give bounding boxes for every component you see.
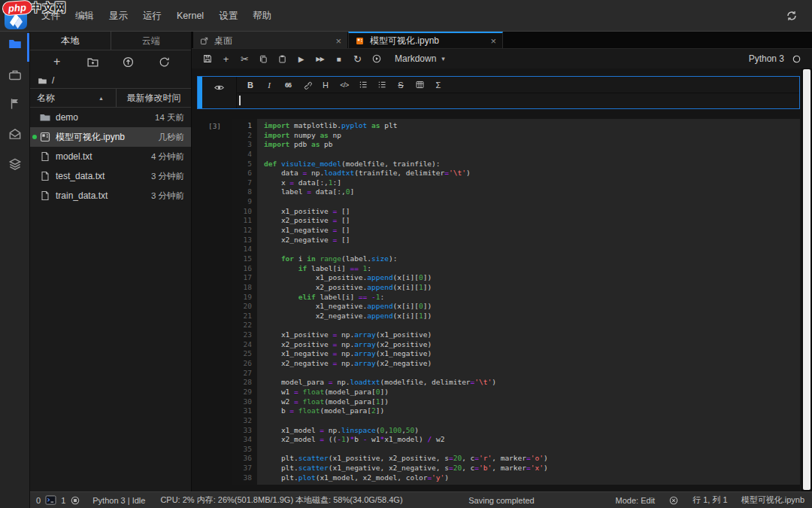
- menu-run[interactable]: 运行: [141, 8, 163, 24]
- kernel-name[interactable]: Python 3: [749, 53, 784, 64]
- file-row-train-data-txt[interactable]: train_data.txt 3 分钟前: [30, 186, 191, 205]
- breadcrumb-folder-icon: [38, 76, 47, 86]
- cut-cells-button[interactable]: ✂: [237, 51, 253, 66]
- save-button[interactable]: [199, 51, 215, 66]
- menu-settings[interactable]: 设置: [217, 8, 239, 24]
- line-number-gutter: 1234567891011121314151617181920212223242…: [232, 119, 257, 485]
- file-browser-icon[interactable]: [8, 36, 23, 51]
- main-area: 桌面 × 模型可视化.ipynb × + ✂: [192, 32, 812, 491]
- blockquote-button[interactable]: 66: [280, 78, 295, 92]
- insert-cell-button[interactable]: +: [218, 51, 234, 66]
- status-bar: 0 1 Python 3 | Idle CPU: 2% 内存: 26%(501.…: [30, 491, 812, 508]
- paste-cells-button[interactable]: [274, 51, 290, 66]
- sync-refresh-icon[interactable]: [785, 9, 798, 23]
- tab-desktop[interactable]: 桌面 ×: [193, 32, 348, 48]
- jupyterlab-window: php 中文网 文件 编辑 显示 运行 Kernel 设置 帮助: [0, 0, 812, 508]
- kernel-icon: [70, 495, 80, 506]
- resource-usage-text: CPU: 2% 内存: 26%(501.8MB/1.9G) 本地磁盘: 58%(…: [160, 494, 402, 506]
- kernel-status-text[interactable]: Python 3 | Idle: [92, 496, 145, 505]
- kernel-running-dot: [32, 135, 37, 139]
- document-tabbar: 桌面 × 模型可视化.ipynb ×: [192, 32, 812, 49]
- copy-cells-button[interactable]: [256, 51, 271, 66]
- file-row-model-txt[interactable]: model.txt 4 分钟前: [30, 147, 191, 166]
- file-row-demo[interactable]: demo 14 天前: [30, 108, 191, 127]
- upload-button[interactable]: [121, 54, 136, 69]
- breadcrumb[interactable]: /: [30, 73, 191, 88]
- command-mode-indicator[interactable]: Mode: Edit: [616, 496, 656, 505]
- chevron-down-icon: ▾: [441, 55, 445, 62]
- scrollbar-thumb[interactable]: [803, 69, 810, 490]
- storage-tabs: 本地 云端: [30, 32, 191, 50]
- save-status-message: Saving completed: [436, 496, 567, 505]
- math-sigma-button[interactable]: Σ: [431, 78, 446, 92]
- tab-cloud[interactable]: 云端: [111, 32, 192, 50]
- ordered-list-icon[interactable]: [374, 78, 389, 92]
- extensions-layers-icon[interactable]: [8, 157, 23, 172]
- italic-button[interactable]: I: [262, 78, 277, 92]
- running-sessions-status[interactable]: 0 1: [36, 495, 80, 506]
- close-tab-icon[interactable]: ×: [335, 36, 341, 46]
- interrupt-kernel-button[interactable]: ■: [331, 51, 347, 66]
- active-rail-indicator: [27, 33, 29, 62]
- markdown-format-toolbar: B I 66 H </>: [237, 77, 799, 93]
- text-file-icon: [39, 190, 51, 202]
- file-browser-panel: 本地 云端 + /: [30, 32, 192, 491]
- kernel-idle-indicator: [792, 54, 801, 64]
- menu-help[interactable]: 帮助: [251, 8, 273, 24]
- sort-by-modified-header[interactable]: 最新修改时间: [116, 89, 191, 107]
- menu-kernel[interactable]: Kernel: [175, 9, 205, 23]
- tab-local[interactable]: 本地: [30, 32, 111, 50]
- notebook-file-icon: [39, 131, 51, 143]
- code-editor[interactable]: 1234567891011121314151617181920212223242…: [232, 119, 800, 485]
- new-launcher-button[interactable]: +: [50, 54, 65, 69]
- cursor-position[interactable]: 行 1, 列 1: [692, 494, 727, 506]
- run-all-button[interactable]: ▶▶: [312, 51, 328, 66]
- link-icon[interactable]: [299, 78, 314, 92]
- markdown-editor[interactable]: [237, 93, 799, 108]
- markdown-cell[interactable]: B I 66 H </>: [197, 76, 800, 109]
- file-row-test-data-txt[interactable]: test_data.txt 3 分钟前: [30, 166, 191, 186]
- not-trusted-icon: [668, 495, 679, 506]
- table-icon[interactable]: [412, 78, 427, 92]
- terminal-icon: [45, 495, 56, 505]
- notebook-content: B I 66 H </>: [192, 68, 812, 491]
- cell-type-dropdown[interactable]: Markdown ▾: [395, 53, 445, 64]
- run-cell-button[interactable]: ▶: [293, 51, 309, 66]
- close-tab-icon[interactable]: ×: [490, 36, 496, 46]
- inbox-panel-icon[interactable]: [8, 126, 23, 141]
- restart-run-all-button[interactable]: [368, 51, 384, 66]
- launcher-icon: [199, 36, 209, 46]
- php-logo: php: [2, 0, 32, 16]
- preview-eye-icon[interactable]: [212, 81, 227, 94]
- activity-rail: [0, 32, 30, 508]
- menu-edit[interactable]: 编辑: [74, 8, 95, 24]
- vertical-scrollbar[interactable]: [801, 68, 812, 491]
- menu-view[interactable]: 显示: [108, 8, 129, 24]
- folder-icon: [39, 111, 51, 123]
- flag-panel-icon[interactable]: [8, 96, 23, 111]
- unordered-list-icon[interactable]: [356, 78, 371, 92]
- site-name: 中文网: [31, 1, 67, 15]
- file-browser-toolbar: +: [30, 50, 191, 73]
- code-button[interactable]: </>: [337, 78, 352, 92]
- file-row-notebook[interactable]: 模型可视化.ipynb 几秒前: [30, 127, 191, 147]
- menu-bar-items: 文件 编辑 显示 运行 Kernel 设置 帮助: [40, 0, 273, 32]
- site-watermark: php 中文网: [2, 1, 67, 15]
- code-lines[interactable]: import matplotlib.pyplot as pltimport nu…: [257, 119, 800, 485]
- sort-by-name-header[interactable]: 名称 ▲: [30, 92, 116, 105]
- strikethrough-button[interactable]: S: [393, 78, 408, 92]
- bold-button[interactable]: B: [243, 78, 258, 92]
- heading-button[interactable]: H: [318, 78, 333, 92]
- notebook-toolbar: + ✂ ▶ ▶▶ ■ ↻ Markdown ▾: [192, 49, 812, 69]
- code-cell[interactable]: [3] 123456789101112131415161718192021222…: [197, 119, 800, 485]
- execution-count: [3]: [197, 119, 232, 485]
- new-folder-button[interactable]: [85, 54, 100, 69]
- running-sessions-icon[interactable]: [8, 68, 23, 83]
- text-cursor: [239, 96, 241, 105]
- active-filename: 模型可视化.ipynb: [741, 494, 804, 506]
- restart-kernel-button[interactable]: ↻: [350, 51, 365, 66]
- text-file-icon: [39, 151, 51, 163]
- notebook-tab-icon: [355, 36, 365, 46]
- refresh-files-button[interactable]: [156, 54, 171, 69]
- tab-notebook[interactable]: 模型可视化.ipynb ×: [348, 32, 503, 48]
